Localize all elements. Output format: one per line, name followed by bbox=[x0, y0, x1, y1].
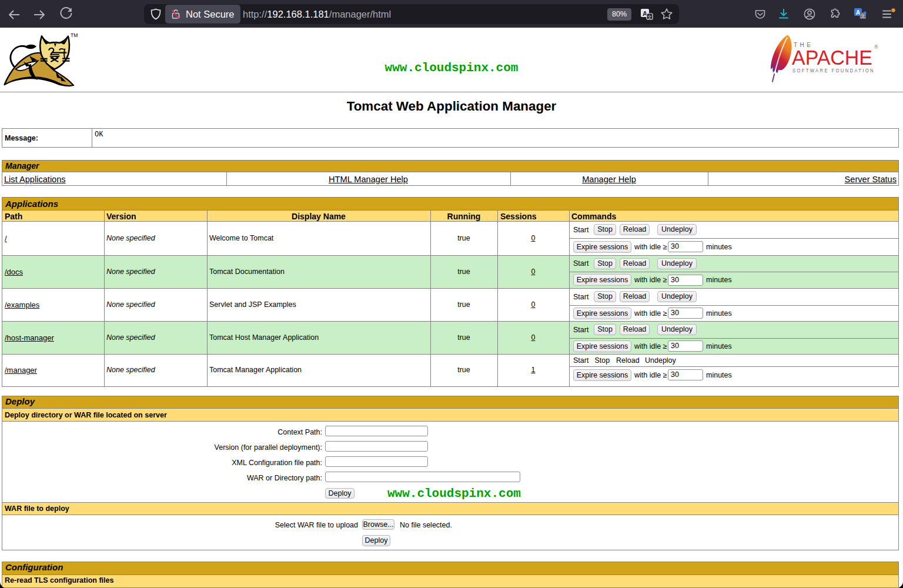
svg-text:APACHE: APACHE bbox=[792, 46, 872, 69]
svg-text:SOFTWARE FOUNDATION: SOFTWARE FOUNDATION bbox=[792, 67, 875, 74]
svg-text:®: ® bbox=[874, 44, 878, 50]
svg-text:文: 文 bbox=[647, 15, 652, 20]
